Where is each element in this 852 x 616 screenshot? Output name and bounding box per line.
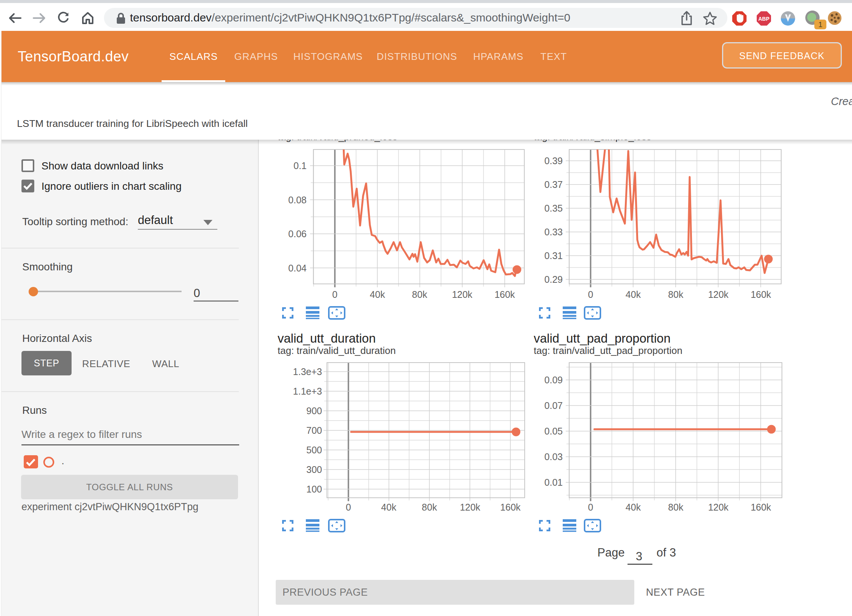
svg-text:1: 1 — [818, 20, 822, 29]
svg-text:ABP: ABP — [758, 16, 770, 22]
